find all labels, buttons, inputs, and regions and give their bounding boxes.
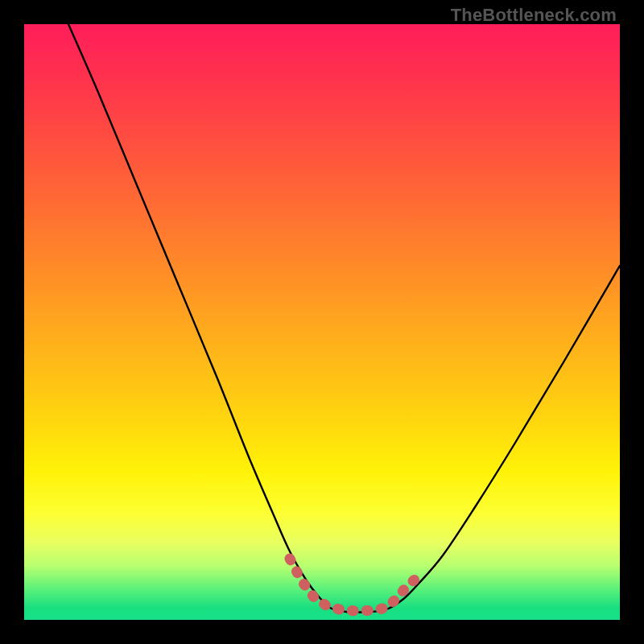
watermark-label: TheBottleneck.com	[451, 5, 617, 26]
bottleneck-curve	[68, 24, 620, 612]
marker-stroke	[290, 559, 415, 611]
chart-frame: TheBottleneck.com	[0, 0, 644, 644]
plot-area	[24, 24, 620, 620]
bottom-markers	[290, 559, 415, 611]
curve-layer	[24, 24, 620, 620]
